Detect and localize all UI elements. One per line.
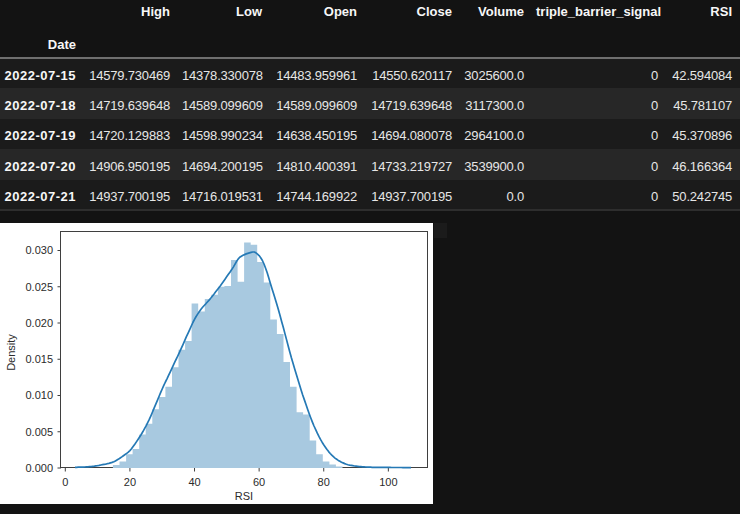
- svg-text:0.020: 0.020: [25, 317, 53, 329]
- svg-text:0: 0: [62, 476, 68, 488]
- svg-text:20: 20: [124, 476, 136, 488]
- svg-text:0.025: 0.025: [25, 281, 53, 293]
- svg-text:100: 100: [379, 476, 397, 488]
- svg-text:0.030: 0.030: [25, 244, 53, 256]
- svg-text:Density: Density: [5, 334, 17, 371]
- svg-text:RSI: RSI: [235, 490, 253, 502]
- svg-text:80: 80: [318, 476, 330, 488]
- svg-text:0.005: 0.005: [25, 426, 53, 438]
- svg-text:40: 40: [188, 476, 200, 488]
- svg-text:0.000: 0.000: [25, 462, 53, 474]
- svg-text:60: 60: [253, 476, 265, 488]
- svg-text:0.015: 0.015: [25, 353, 53, 365]
- svg-text:0.010: 0.010: [25, 389, 53, 401]
